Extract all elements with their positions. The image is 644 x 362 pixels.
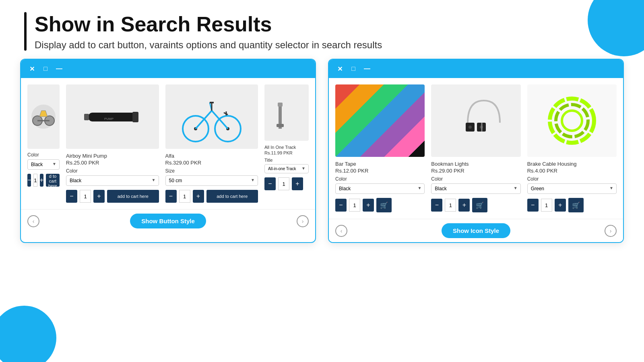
allinone-title-select[interactable]: All-in-one Track [264, 164, 309, 173]
bartape-qty-plus[interactable]: + [363, 199, 374, 212]
minimize-btn-right[interactable]: — [363, 64, 372, 73]
brake-cable-qty-minus[interactable]: − [527, 199, 539, 212]
brake-cable-name: Brake Cable Housing [527, 161, 617, 167]
allinone-qty: 1 [278, 177, 289, 190]
brake-cable-attr-label: Color [527, 176, 617, 182]
product-card-alfa: Alfa Rs.329.00 PKR Size 50 cm ▼ − 1 + ad… [165, 84, 258, 203]
allinone-name: All In One Track [264, 145, 309, 150]
alfa-size-select[interactable]: 50 cm [165, 175, 258, 186]
alfa-price: Rs.329.00 PKR [165, 160, 258, 166]
bartape-name: Bar Tape [335, 161, 425, 167]
page-subtitle: Display add to cart button, varaints opt… [35, 39, 382, 51]
airboy-name: Airboy Mini Pump [66, 153, 159, 159]
product-card-brake-cable: Brake Cable Housing Rs.4.00 PKR Color Gr… [527, 84, 617, 212]
panel-right-next-btn[interactable]: › [605, 225, 617, 237]
panel-left-next-btn[interactable]: › [297, 215, 309, 227]
bartape-cart-icon-btn[interactable]: 🛒 [376, 198, 392, 212]
alfa-name: Alfa [165, 153, 258, 159]
product-card-airboy: PUMP Airboy Mini Pump Rs.25.00 PKR Color… [66, 84, 159, 203]
minimize-btn-left[interactable]: — [55, 64, 64, 73]
airboy-qty-minus[interactable]: − [66, 190, 77, 203]
airboy-price: Rs.25.00 PKR [66, 160, 159, 166]
svg-rect-22 [278, 103, 283, 107]
panel-left-titlebar: ✕ □ — [21, 60, 315, 78]
product-card-allinone: All In One Track Rs.11.99 PKR Title All-… [264, 84, 309, 203]
maximize-btn-right[interactable]: □ [349, 64, 358, 73]
bartape-attr-label: Color [335, 176, 425, 182]
brake-cable-qty: 1 [541, 199, 552, 212]
alfa-qty: 1 [179, 190, 190, 203]
show-icon-style-btn[interactable]: Show Icon Style [442, 223, 510, 238]
airboy-color-select[interactable]: Black [66, 175, 159, 186]
brake-cable-qty-plus[interactable]: + [555, 199, 566, 212]
svg-text:PUMP: PUMP [104, 117, 114, 121]
bookman-color-select[interactable]: Black [431, 183, 520, 194]
svg-line-15 [196, 111, 212, 129]
panel-right-bottom: ‹ Show Icon Style › [329, 219, 623, 242]
maximize-btn-left[interactable]: □ [41, 64, 50, 73]
bartape-qty: 1 [349, 199, 360, 212]
icon-style-panel: ✕ □ — Bar Tape Rs.12.00 PKR Color Black [328, 59, 624, 243]
svg-rect-23 [277, 124, 284, 127]
partial-qty-display: 1 [33, 174, 37, 187]
airboy-qty-plus[interactable]: + [93, 190, 105, 203]
partial-color-select[interactable]: Black [27, 159, 60, 170]
button-style-panel: ✕ □ — Color Black ▼ [20, 59, 316, 243]
airboy-attr-label: Color [66, 168, 159, 174]
bookman-qty-minus[interactable]: − [431, 199, 442, 212]
svg-rect-7 [84, 114, 89, 120]
svg-point-26 [469, 125, 472, 129]
svg-rect-6 [132, 112, 138, 122]
brake-cable-price: Rs.4.00 PKR [527, 168, 617, 174]
bookman-cart-icon-btn[interactable]: 🛒 [472, 198, 487, 212]
alfa-qty-minus[interactable]: − [165, 190, 177, 203]
panel-left-prev-btn[interactable]: ‹ [27, 215, 39, 227]
show-button-style-btn[interactable]: Show Button Style [130, 214, 206, 228]
bookman-qty: 1 [445, 199, 456, 212]
close-btn-right[interactable]: ✕ [335, 64, 344, 73]
deco-circle-bottom-left [0, 306, 56, 362]
bartape-qty-minus[interactable]: − [335, 199, 347, 212]
panel-left-bottom: ‹ Show Button Style › [21, 209, 315, 232]
product-card-partial-left: Color Black ▼ − 1 + d to cart here [27, 84, 60, 203]
airboy-add-to-cart[interactable]: add to cart here [107, 190, 159, 203]
close-btn-left[interactable]: ✕ [27, 64, 36, 73]
panel-right-titlebar: ✕ □ — [329, 60, 623, 78]
allinone-price: Rs.11.99 PKR [264, 150, 309, 155]
brake-cable-cart-icon-btn[interactable]: 🛒 [568, 198, 584, 212]
partial-add-to-cart-btn[interactable]: d to cart here [46, 174, 60, 187]
bartape-color-select[interactable]: Black [335, 183, 425, 194]
bartape-image [335, 84, 425, 157]
alfa-attr-label: Size [165, 168, 258, 174]
svg-point-31 [562, 111, 582, 131]
bookman-name: Bookman Lights [431, 161, 520, 167]
panel-right-prev-btn[interactable]: ‹ [335, 225, 347, 237]
brake-cable-color-select[interactable]: Green [527, 183, 617, 194]
partial-qty-minus[interactable]: − [27, 174, 31, 187]
page-title: Show in Search Results [35, 12, 382, 36]
partial-qty-plus[interactable]: + [40, 174, 43, 187]
allinone-qty-minus[interactable]: − [264, 177, 276, 190]
bartape-price: Rs.12.00 PKR [335, 168, 425, 174]
alfa-qty-plus[interactable]: + [193, 190, 204, 203]
product-card-bartape: Bar Tape Rs.12.00 PKR Color Black ▼ − 1 … [335, 84, 425, 212]
allinone-attr-label: Title [264, 158, 309, 162]
bookman-price: Rs.29.00 PKR [431, 168, 520, 174]
partial-attr-label: Color [27, 152, 60, 158]
product-card-bookman: Bookman Lights Rs.29.00 PKR Color Black … [431, 84, 520, 212]
bookman-qty-plus[interactable]: + [458, 199, 470, 212]
alfa-add-to-cart[interactable]: add to cart here [206, 190, 258, 203]
allinone-qty-plus[interactable]: + [292, 177, 303, 190]
airboy-qty: 1 [80, 190, 91, 203]
bookman-attr-label: Color [431, 176, 520, 182]
